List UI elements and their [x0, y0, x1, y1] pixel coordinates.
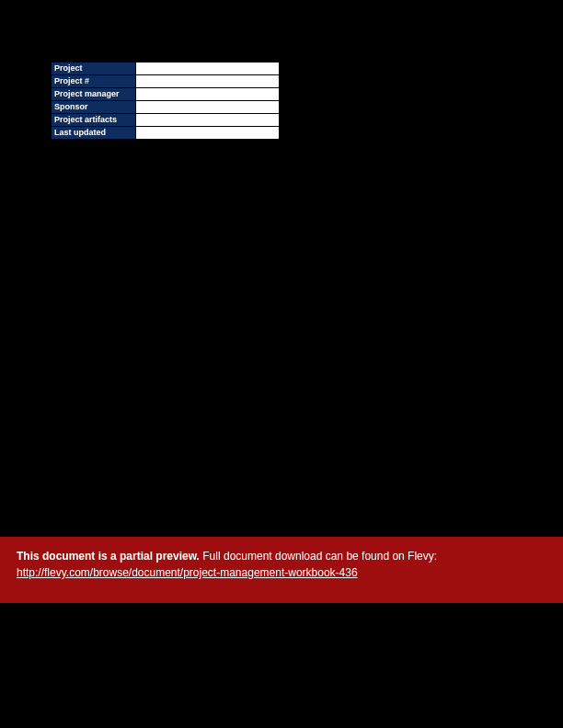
- label-project-artifacts: Project artifacts: [52, 114, 136, 127]
- preview-banner: This document is a partial preview. Full…: [0, 537, 563, 603]
- table-row: Last updated: [52, 127, 280, 140]
- label-project: Project: [52, 63, 136, 75]
- value-project-number: [136, 75, 280, 88]
- table-row: Project manager: [52, 88, 280, 101]
- value-project-manager: [136, 88, 280, 101]
- project-info-table: Project Project # Project manager Sponso…: [51, 62, 280, 140]
- label-sponsor: Sponsor: [52, 101, 136, 114]
- value-project-artifacts: [136, 114, 280, 127]
- value-last-updated: [136, 127, 280, 140]
- value-project: [136, 63, 280, 75]
- label-last-updated: Last updated: [52, 127, 136, 140]
- value-sponsor: [136, 101, 280, 114]
- banner-link[interactable]: http://flevy.com/browse/document/project…: [17, 566, 358, 579]
- table-row: Project: [52, 63, 280, 75]
- banner-bold-text: This document is a partial preview.: [17, 550, 200, 563]
- table-row: Sponsor: [52, 101, 280, 114]
- label-project-number: Project #: [52, 75, 136, 88]
- banner-rest-text: Full document download can be found on F…: [200, 550, 437, 563]
- table-row: Project artifacts: [52, 114, 280, 127]
- label-project-manager: Project manager: [52, 88, 136, 101]
- table-row: Project #: [52, 75, 280, 88]
